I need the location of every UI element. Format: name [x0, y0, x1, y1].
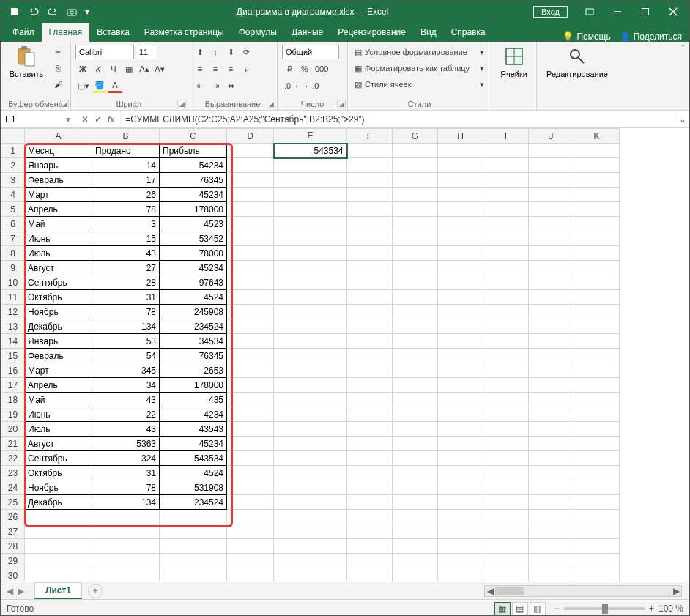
cell-C2[interactable]: 54234 — [160, 158, 227, 173]
cell-K2[interactable] — [574, 158, 620, 173]
cell-C17[interactable]: 178000 — [160, 378, 227, 393]
cell-F29[interactable] — [347, 554, 393, 568]
align-center-icon[interactable]: ≡ — [208, 62, 223, 76]
alignment-launcher-icon[interactable]: ◢ — [267, 100, 275, 108]
cell-A27[interactable] — [25, 524, 92, 539]
cell-K30[interactable] — [574, 568, 620, 582]
row-header-20[interactable]: 20 — [1, 422, 25, 437]
cell-H4[interactable] — [438, 188, 483, 202]
cell-E21[interactable] — [274, 437, 347, 451]
cell-F2[interactable] — [347, 158, 393, 173]
cell-K13[interactable] — [574, 319, 620, 334]
cell-J24[interactable] — [529, 480, 574, 495]
cell-I30[interactable] — [483, 568, 529, 582]
cut-icon[interactable]: ✂ — [51, 45, 65, 59]
cell-C10[interactable]: 97643 — [160, 275, 227, 290]
cell-D29[interactable] — [227, 554, 274, 568]
cancel-formula-icon[interactable]: ✕ — [81, 114, 89, 125]
cell-J16[interactable] — [529, 363, 574, 378]
cell-B20[interactable]: 43 — [92, 422, 160, 437]
cell-K28[interactable] — [574, 539, 620, 554]
cell-I5[interactable] — [483, 202, 529, 217]
align-top-icon[interactable]: ⬆ — [193, 45, 207, 59]
cell-H16[interactable] — [438, 363, 483, 378]
cell-B15[interactable]: 54 — [92, 349, 160, 363]
cell-A3[interactable]: Февраль — [25, 173, 92, 188]
cell-F5[interactable] — [347, 202, 393, 217]
worksheet-grid[interactable]: ABCDEFGHIJK1МесяцПроданоПрибыль5435342Ян… — [1, 128, 689, 582]
tab-data[interactable]: Данные — [284, 23, 330, 42]
cell-F16[interactable] — [347, 363, 393, 378]
cell-B3[interactable]: 17 — [92, 173, 160, 188]
cell-D2[interactable] — [227, 158, 274, 173]
cell-I28[interactable] — [483, 539, 529, 554]
cell-A5[interactable]: Апрель — [25, 202, 92, 217]
cell-E18[interactable] — [274, 393, 347, 407]
cell-B6[interactable]: 3 — [92, 217, 160, 231]
cell-E6[interactable] — [274, 217, 347, 231]
cell-K3[interactable] — [574, 173, 620, 188]
font-size-input[interactable] — [136, 45, 157, 59]
cell-H18[interactable] — [438, 393, 483, 407]
format-painter-icon[interactable]: 🖌 — [51, 77, 65, 92]
cell-C21[interactable]: 45234 — [160, 437, 227, 451]
cell-J20[interactable] — [529, 422, 574, 437]
cell-F4[interactable] — [347, 188, 393, 202]
row-header-18[interactable]: 18 — [1, 393, 25, 407]
border-icon[interactable]: ▦ — [122, 62, 136, 76]
cell-C25[interactable]: 234524 — [160, 495, 227, 510]
row-header-25[interactable]: 25 — [1, 495, 25, 510]
cell-G30[interactable] — [393, 568, 438, 582]
row-header-1[interactable]: 1 — [1, 144, 25, 158]
cell-J7[interactable] — [529, 231, 574, 246]
cell-A2[interactable]: Январь — [25, 158, 92, 173]
cell-B17[interactable]: 34 — [92, 378, 160, 393]
cell-E14[interactable] — [274, 334, 347, 349]
hscroll-track[interactable]: ◀ ▶ — [484, 585, 682, 597]
cell-C3[interactable]: 76345 — [160, 173, 227, 188]
col-header-B[interactable]: B — [92, 129, 160, 144]
cell-C23[interactable]: 4524 — [160, 466, 227, 480]
cell-B8[interactable]: 43 — [92, 246, 160, 261]
cell-F27[interactable] — [347, 524, 393, 539]
cell-J18[interactable] — [529, 393, 574, 407]
cell-H5[interactable] — [438, 202, 483, 217]
cell-D6[interactable] — [227, 217, 274, 231]
increase-font-icon[interactable]: A▴ — [137, 62, 152, 76]
cell-I20[interactable] — [483, 422, 529, 437]
cell-G28[interactable] — [393, 539, 438, 554]
cell-I1[interactable] — [483, 144, 529, 158]
cell-B1[interactable]: Продано — [92, 144, 160, 158]
cell-H2[interactable] — [438, 158, 483, 173]
col-header-C[interactable]: C — [160, 129, 227, 144]
zoom-value[interactable]: 100 % — [659, 604, 683, 614]
cell-E4[interactable] — [274, 188, 347, 202]
cell-K9[interactable] — [574, 261, 620, 275]
cell-I4[interactable] — [483, 188, 529, 202]
cell-H11[interactable] — [438, 290, 483, 305]
italic-button[interactable]: К — [91, 62, 105, 76]
cell-I6[interactable] — [483, 217, 529, 231]
ribbon-display-icon[interactable] — [576, 1, 603, 23]
cell-E13[interactable] — [274, 319, 347, 334]
cell-D12[interactable] — [227, 305, 274, 319]
cell-C8[interactable]: 78000 — [160, 246, 227, 261]
cell-F6[interactable] — [347, 217, 393, 231]
cell-E24[interactable] — [274, 480, 347, 495]
cell-A25[interactable]: Декабрь — [25, 495, 92, 510]
cell-D5[interactable] — [227, 202, 274, 217]
cell-K23[interactable] — [574, 466, 620, 480]
undo-icon[interactable] — [26, 4, 42, 20]
cell-F28[interactable] — [347, 539, 393, 554]
cell-H1[interactable] — [438, 144, 483, 158]
cell-B28[interactable] — [92, 539, 160, 554]
cell-H27[interactable] — [438, 524, 483, 539]
add-sheet-button[interactable]: ＋ — [88, 584, 103, 598]
cell-D18[interactable] — [227, 393, 274, 407]
cell-I19[interactable] — [483, 407, 529, 422]
cell-H10[interactable] — [438, 275, 483, 290]
cell-B9[interactable]: 27 — [92, 261, 160, 275]
cell-C13[interactable]: 234524 — [160, 319, 227, 334]
comma-icon[interactable]: 000 — [313, 62, 330, 76]
cell-C20[interactable]: 43543 — [160, 422, 227, 437]
